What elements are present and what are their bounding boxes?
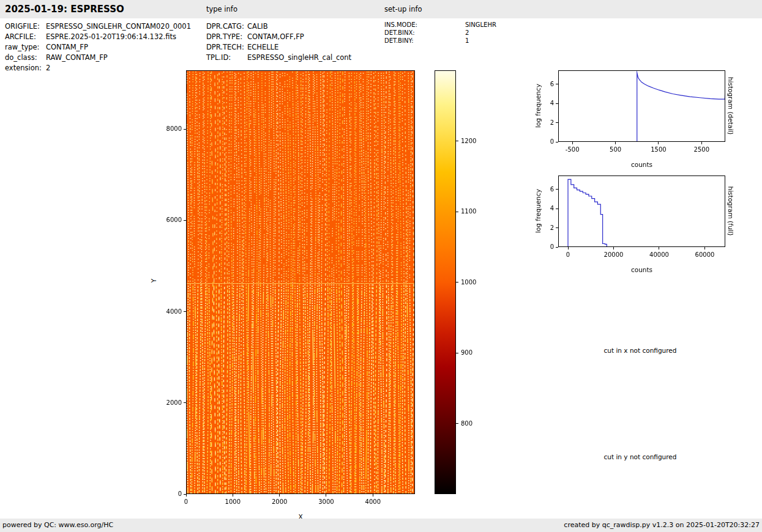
- y-tick-mark: [556, 227, 558, 228]
- colorbar-tick-label: 1000: [461, 278, 485, 286]
- info-label: DPR.CATG:: [206, 22, 247, 31]
- y-tick-mark: [184, 402, 186, 403]
- cut-x-message: cut in x not configured: [604, 347, 677, 354]
- y-tick-mark: [184, 311, 186, 312]
- y-tick-label: 6: [529, 185, 554, 193]
- y-axis-label: Y: [150, 279, 157, 283]
- info-row-tpl-id: TPL.ID:ESPRESSO_singleHR_cal_cont: [206, 53, 351, 62]
- info-value: 1: [465, 37, 469, 44]
- x-tick-mark: [615, 142, 616, 144]
- y-tick-label: 4: [529, 99, 554, 107]
- info-row-raw-type: raw_type:CONTAM_FP: [5, 43, 88, 51]
- info-value: CALIB: [247, 22, 268, 31]
- y-tick-mark: [556, 122, 558, 123]
- histogram-detail-plot: [558, 70, 725, 142]
- footer-powered-by: powered by QC: www.eso.org/HC: [2, 519, 113, 532]
- x-tick-mark: [233, 494, 233, 497]
- colorbar-tick-label: 800: [461, 419, 485, 427]
- y-tick-label: 6000: [157, 216, 182, 224]
- x-tick-label: 20000: [596, 251, 632, 259]
- x-tick-label: 3000: [308, 498, 345, 506]
- info-value: CONTAM_FP: [46, 43, 88, 51]
- y-tick-label: 2: [529, 224, 554, 232]
- info-row-ins-mode: INS.MODE:SINGLEHR: [384, 21, 496, 29]
- y-tick-label: 4: [529, 204, 554, 212]
- info-row-det-binx: DET.BINX:2: [384, 29, 469, 37]
- x-tick-label: 4000: [354, 498, 391, 506]
- y-tick-label: 6: [529, 80, 554, 88]
- info-value: RAW_CONTAM_FP: [46, 53, 108, 62]
- y-tick-label: 0: [529, 243, 554, 251]
- info-row-do-class: do_class:RAW_CONTAM_FP: [5, 53, 108, 62]
- info-value: ESPRESSO_SINGLEHR_CONTAM020_0001: [46, 22, 191, 31]
- y-tick-mark: [184, 129, 186, 130]
- qc-report-page: 2025-01-19: ESPRESSO type info set-up in…: [0, 0, 762, 532]
- info-row-arcfile: ARCFILE:ESPRE.2025-01-20T19:06:14.132.fi…: [5, 32, 176, 41]
- colorbar-tick-mark: [456, 141, 458, 141]
- x-tick-label: 500: [597, 146, 634, 153]
- info-row-origfile: ORIGFILE:ESPRESSO_SINGLEHR_CONTAM020_000…: [5, 22, 191, 31]
- colorbar-tick-label: 900: [461, 349, 485, 357]
- info-value: ESPRE.2025-01-20T19:06:14.132.fits: [46, 32, 176, 41]
- info-row-dpr-tech: DPR.TECH:ECHELLE: [206, 43, 278, 51]
- x-tick-mark: [373, 494, 373, 497]
- x-tick-mark: [613, 247, 614, 249]
- info-label: raw_type:: [5, 43, 46, 51]
- y-tick-mark: [556, 103, 558, 104]
- x-tick-mark: [704, 247, 705, 249]
- info-row-det-biny: DET.BINY:1: [384, 37, 469, 45]
- info-label: ARCFILE:: [5, 32, 46, 41]
- info-value: SINGLEHR: [465, 21, 496, 28]
- x-tick-mark: [568, 247, 569, 249]
- y-tick-mark: [556, 142, 558, 142]
- x-tick-mark: [659, 247, 659, 249]
- info-label: INS.MODE:: [384, 21, 465, 29]
- x-tick-mark: [279, 494, 280, 497]
- info-label: extension:: [5, 64, 46, 72]
- x-tick-mark: [658, 142, 659, 144]
- colorbar-tick-label: 1100: [461, 207, 485, 215]
- y-tick-mark: [556, 247, 558, 248]
- info-label: DPR.TYPE:: [206, 32, 247, 41]
- x-tick-mark: [572, 142, 573, 144]
- info-row-dpr-type: DPR.TYPE:CONTAM,OFF,FP: [206, 32, 304, 41]
- x-tick-label: 2000: [261, 498, 298, 506]
- hist-full-xlabel: counts: [558, 266, 725, 273]
- info-value: ESPRESSO_singleHR_cal_cont: [247, 53, 351, 62]
- colorbar-tick-mark: [456, 282, 458, 283]
- footer-bar: powered by QC: www.eso.org/HC created by…: [0, 519, 762, 532]
- colorbar-tick-label: 1200: [461, 137, 485, 145]
- colorbar-tick-mark: [456, 212, 458, 212]
- info-label: DET.BINY:: [384, 37, 465, 45]
- y-tick-mark: [184, 220, 186, 221]
- hist-detail-xlabel: counts: [558, 161, 725, 168]
- x-tick-mark: [326, 494, 326, 497]
- info-value: CONTAM,OFF,FP: [247, 32, 304, 41]
- type-info-heading: type info: [206, 0, 237, 18]
- hist-detail-side-label: histogram (detail): [727, 77, 734, 135]
- x-tick-label: -500: [554, 146, 591, 153]
- cut-y-message: cut in y not configured: [604, 453, 677, 460]
- info-label: DPR.TECH:: [206, 43, 247, 51]
- y-tick-mark: [556, 189, 558, 190]
- y-tick-mark: [184, 494, 186, 495]
- info-label: DET.BINX:: [384, 29, 465, 37]
- hist-full-side-label: histogram (full): [727, 187, 734, 236]
- info-label: do_class:: [5, 53, 46, 62]
- x-tick-label: 1000: [214, 498, 251, 506]
- histogram-full-plot: [558, 175, 725, 247]
- page-title: 2025-01-19: ESPRESSO: [5, 0, 124, 18]
- y-tick-label: 2: [529, 119, 554, 127]
- y-tick-label: 4000: [157, 308, 182, 316]
- setup-info-heading: set-up info: [384, 0, 422, 18]
- info-value: ECHELLE: [247, 43, 278, 51]
- info-row-dpr-catg: DPR.CATG:CALIB: [206, 22, 268, 31]
- y-tick-mark: [556, 84, 558, 84]
- x-tick-label: 0: [168, 498, 204, 506]
- footer-created-by: created by qc_rawdisp.py v1.2.3 on 2025-…: [564, 519, 760, 532]
- x-tick-label: 2500: [683, 146, 720, 153]
- x-tick-label: 0: [550, 251, 586, 259]
- info-label: TPL.ID:: [206, 53, 247, 62]
- info-value: 2: [46, 64, 50, 72]
- detector-image: [186, 70, 415, 494]
